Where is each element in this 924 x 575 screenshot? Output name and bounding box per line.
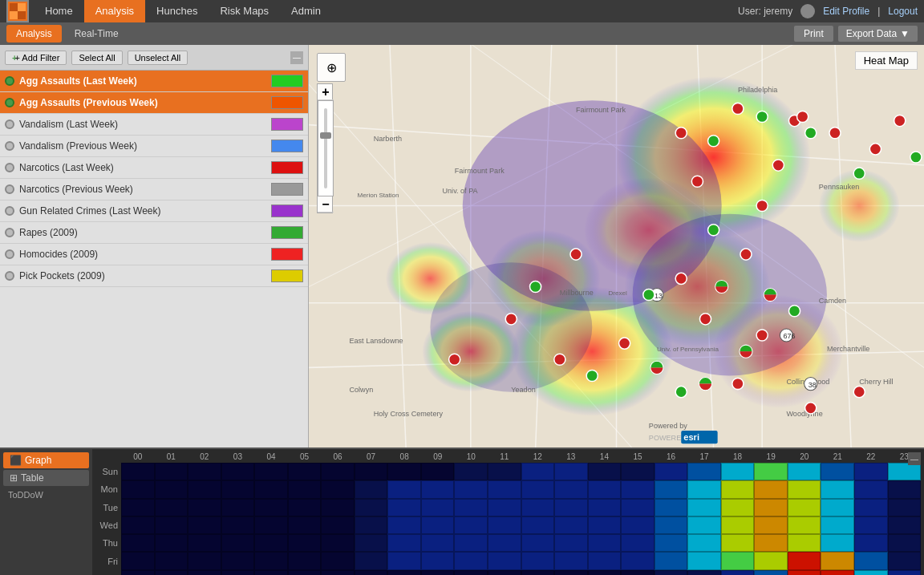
heatmap-cell[interactable] <box>621 552 654 569</box>
heatmap-cell[interactable] <box>188 499 221 516</box>
heatmap-cell[interactable] <box>821 534 854 552</box>
layer-radio-narcotics-pw[interactable] <box>5 184 14 194</box>
heatmap-cell[interactable] <box>687 570 721 575</box>
sub-nav-realtime[interactable]: Real-Time <box>65 25 128 43</box>
heatmap-cell[interactable] <box>621 480 654 498</box>
heatmap-cell[interactable] <box>221 552 255 569</box>
heatmap-cell[interactable] <box>387 463 421 480</box>
heatmap-cell[interactable] <box>788 516 821 534</box>
heatmap-cell[interactable] <box>321 516 355 534</box>
heatmap-cell[interactable] <box>554 463 588 480</box>
heatmap-cell[interactable] <box>521 516 555 534</box>
heatmap-cell[interactable] <box>788 570 821 575</box>
heatmap-cell[interactable] <box>721 570 755 575</box>
heatmap-cell[interactable] <box>387 480 421 498</box>
heatmap-cell[interactable] <box>854 480 888 498</box>
heatmap-cell[interactable] <box>355 480 388 498</box>
heatmap-cell[interactable] <box>554 499 588 516</box>
zoom-in-button[interactable]: + <box>318 84 334 100</box>
nav-home[interactable]: Home <box>34 0 84 22</box>
add-filter-button[interactable]: + + Add Filter <box>5 51 67 65</box>
layer-radio-vandalism-pw[interactable] <box>5 141 14 151</box>
heatmap-cell[interactable] <box>788 534 821 552</box>
heatmap-cell[interactable] <box>521 570 555 575</box>
heatmap-cell[interactable] <box>421 499 455 516</box>
sub-nav-analysis[interactable]: Analysis <box>6 25 62 43</box>
heatmap-cell[interactable] <box>621 534 654 552</box>
heatmap-cell[interactable] <box>654 516 688 534</box>
heatmap-cell[interactable] <box>254 516 288 534</box>
heatmap-cell[interactable] <box>654 570 688 575</box>
heatmap-cell[interactable] <box>721 480 755 498</box>
heatmap-cell[interactable] <box>521 463 555 480</box>
heatmap-cell[interactable] <box>788 552 821 569</box>
heatmap-cell[interactable] <box>387 499 421 516</box>
heatmap-cell[interactable] <box>888 499 922 516</box>
layer-item-agg-assaults-lw[interactable]: Agg Assaults (Last Week) <box>0 71 308 92</box>
heatmap-cell[interactable] <box>788 499 821 516</box>
heatmap-cell[interactable] <box>588 463 622 480</box>
heatmap-cell[interactable] <box>488 480 521 498</box>
heatmap-cell[interactable] <box>355 534 388 552</box>
heatmap-cell[interactable] <box>687 499 721 516</box>
layer-item-rapes-2009[interactable]: Rapes (2009) <box>0 222 308 244</box>
heatmap-cell[interactable] <box>687 480 721 498</box>
panel-minimize-button[interactable]: — <box>290 51 303 64</box>
heatmap-cell[interactable] <box>355 516 388 534</box>
heatmap-cell[interactable] <box>454 534 488 552</box>
layer-item-gun-crimes-lw[interactable]: Gun Related Crimes (Last Week) <box>0 200 308 222</box>
print-button[interactable]: Print <box>794 26 833 42</box>
heatmap-cell[interactable] <box>254 570 288 575</box>
heatmap-cell[interactable] <box>521 534 555 552</box>
heatmap-cell[interactable] <box>221 499 255 516</box>
layer-radio-agg-assaults-pw[interactable] <box>5 98 14 107</box>
heatmap-cell[interactable] <box>288 516 322 534</box>
heatmap-cell[interactable] <box>188 534 221 552</box>
heatmap-cell[interactable] <box>854 552 888 569</box>
heatmap-cell[interactable] <box>221 534 255 552</box>
heatmap-cell[interactable] <box>221 463 255 480</box>
heatmap-cell[interactable] <box>654 552 688 569</box>
heatmap-cell[interactable] <box>155 480 188 498</box>
heatmap-cell[interactable] <box>788 463 821 480</box>
layer-item-vandalism-lw[interactable]: Vandalism (Last Week) <box>0 114 308 136</box>
heatmap-cell[interactable] <box>588 534 622 552</box>
heatmap-cell[interactable] <box>254 480 288 498</box>
heatmap-cell[interactable] <box>721 499 755 516</box>
select-all-button[interactable]: Select All <box>71 51 122 65</box>
heatmap-cell[interactable] <box>121 463 155 480</box>
heatmap-cell[interactable] <box>554 516 588 534</box>
heatmap-cell[interactable] <box>188 463 221 480</box>
heatmap-cell[interactable] <box>321 570 355 575</box>
heatmap-cell[interactable] <box>321 463 355 480</box>
heatmap-cell[interactable] <box>421 480 455 498</box>
heatmap-cell[interactable] <box>421 570 455 575</box>
layer-radio-narcotics-lw[interactable] <box>5 163 14 172</box>
heatmap-cell[interactable] <box>554 534 588 552</box>
heatmap-cell[interactable] <box>754 570 788 575</box>
heatmap-cell[interactable] <box>288 552 322 569</box>
heatmap-cell[interactable] <box>254 463 288 480</box>
layer-radio-rapes-2009[interactable] <box>5 228 14 237</box>
heatmap-cell[interactable] <box>454 516 488 534</box>
heatmap-cell[interactable] <box>754 463 788 480</box>
heatmap-cell[interactable] <box>155 463 188 480</box>
heatmap-cell[interactable] <box>721 463 755 480</box>
heatmap-cell[interactable] <box>821 480 854 498</box>
heatmap-cell[interactable] <box>854 463 888 480</box>
heatmap-cell[interactable] <box>821 516 854 534</box>
heatmap-cell[interactable] <box>155 499 188 516</box>
heatmap-cell[interactable] <box>321 499 355 516</box>
heatmap-cell[interactable] <box>121 552 155 569</box>
heatmap-cell[interactable] <box>421 552 455 569</box>
heatmap-cell[interactable] <box>387 570 421 575</box>
heatmap-cell[interactable] <box>454 463 488 480</box>
heatmap-cell[interactable] <box>554 570 588 575</box>
layer-radio-agg-assaults-lw[interactable] <box>5 76 14 86</box>
layer-item-pick-pockets-2009[interactable]: Pick Pockets (2009) <box>0 265 308 287</box>
heatmap-cell[interactable] <box>588 516 622 534</box>
heatmap-cell[interactable] <box>654 480 688 498</box>
zoom-out-button[interactable]: − <box>318 196 334 213</box>
heatmap-cell[interactable] <box>621 570 654 575</box>
pan-control[interactable]: ⊕ <box>317 53 346 82</box>
